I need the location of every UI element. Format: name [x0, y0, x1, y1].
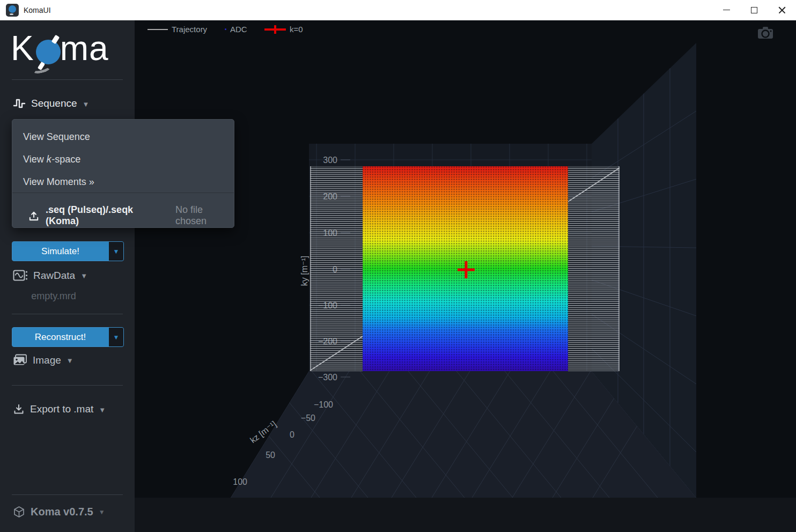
close-icon — [778, 6, 786, 14]
sidebar: K ma Sequence ▼ Simulate! ▼ — [0, 20, 135, 532]
divider — [12, 385, 123, 386]
chevron-down-icon: ▼ — [80, 272, 87, 280]
title-bar: KomaUI — [0, 0, 796, 20]
svg-text:0: 0 — [290, 430, 294, 439]
svg-text:50: 50 — [266, 450, 275, 460]
reconstruct-options-toggle[interactable]: ▼ — [108, 328, 123, 346]
svg-text:−100: −100 — [314, 400, 333, 409]
chevron-down-icon: ▼ — [67, 357, 73, 365]
simulate-button[interactable]: Simulate! ▼ — [12, 241, 124, 261]
svg-text:−50: −50 — [301, 413, 315, 423]
app-icon-globe — [9, 5, 16, 13]
chevron-down-icon: ▼ — [113, 248, 120, 255]
pulse-sequence-icon — [13, 98, 26, 109]
chevron-down-icon: ▼ — [83, 100, 90, 108]
export-label: Export to .mat — [30, 403, 93, 415]
image-label: Image — [33, 354, 61, 366]
below-floor-band — [135, 498, 796, 532]
minimize-button[interactable] — [712, 0, 740, 20]
window-title: KomaUI — [24, 6, 51, 14]
raw-signal-icon — [13, 269, 28, 282]
package-icon — [13, 506, 25, 518]
rawdata-filename: empty.mrd — [16, 291, 91, 302]
chevron-down-icon: ▼ — [99, 406, 106, 414]
ky-axis-title: ky [m⁻¹] — [300, 256, 309, 286]
rawdata-dropdown-toggle[interactable]: RawData ▼ — [13, 269, 87, 282]
divider — [12, 494, 123, 495]
image-icon — [13, 354, 27, 366]
svg-text:100: 100 — [233, 477, 247, 486]
menu-divider — [12, 193, 234, 193]
menu-item-view-kspace[interactable]: View 𝑘-space — [23, 154, 80, 165]
app-icon — [6, 4, 19, 17]
download-icon — [13, 403, 25, 415]
image-dropdown-toggle[interactable]: Image ▼ — [13, 354, 73, 366]
reconstruct-button-label[interactable]: Reconstruct! — [12, 328, 108, 346]
sequence-file-upload[interactable]: .seq (Pulseq)/.seqk (Koma) No file chose… — [28, 204, 234, 227]
sequence-menu: View Sequence View 𝑘-space View Moments … — [12, 119, 234, 228]
svg-text:−300: −300 — [318, 373, 337, 382]
chevron-down-icon: ▼ — [113, 334, 120, 341]
logo-text-k: K — [11, 28, 34, 68]
version-toggle[interactable]: Koma v0.7.5 ▼ — [13, 506, 105, 518]
koma-logo: K ma — [11, 27, 109, 70]
menu-item-view-sequence[interactable]: View Sequence — [23, 131, 90, 143]
rawdata-label: RawData — [33, 270, 75, 282]
sequence-label: Sequence — [31, 98, 77, 109]
simulate-options-toggle[interactable]: ▼ — [108, 242, 123, 261]
export-mat-toggle[interactable]: Export to .mat ▼ — [13, 403, 106, 415]
maximize-icon — [751, 7, 757, 13]
logo-text-ma: ma — [60, 28, 109, 68]
divider — [12, 314, 123, 314]
version-label: Koma v0.7.5 — [31, 506, 93, 518]
close-button[interactable] — [768, 0, 796, 20]
upload-status: No file chosen — [175, 204, 234, 227]
logo-globe-icon — [36, 40, 61, 64]
maximize-button[interactable] — [740, 0, 768, 20]
reconstruct-button[interactable]: Reconstruct! ▼ — [12, 327, 124, 347]
app-icon-base — [10, 13, 13, 15]
svg-text:300: 300 — [323, 156, 337, 165]
upload-label: .seq (Pulseq)/.seqk (Koma) — [46, 204, 164, 227]
upload-icon — [28, 210, 39, 221]
koma-ui-window: KomaUI K ma Sequence ▼ Simulate! — [0, 0, 796, 532]
minimize-icon — [723, 10, 730, 10]
divider — [12, 79, 123, 80]
chevron-down-icon: ▼ — [99, 508, 105, 516]
menu-item-view-moments[interactable]: View Moments » — [23, 176, 94, 188]
sequence-dropdown-toggle[interactable]: Sequence ▼ — [13, 98, 89, 109]
window-controls — [712, 0, 796, 20]
kspace-3d-scene[interactable]: 300 200 100 0 −100 −200 −300 ky [m⁻¹] −1… — [135, 20, 796, 532]
kspace-plot: Trajectory ADC k=0 — [135, 20, 796, 532]
simulate-button-label[interactable]: Simulate! — [12, 242, 108, 261]
